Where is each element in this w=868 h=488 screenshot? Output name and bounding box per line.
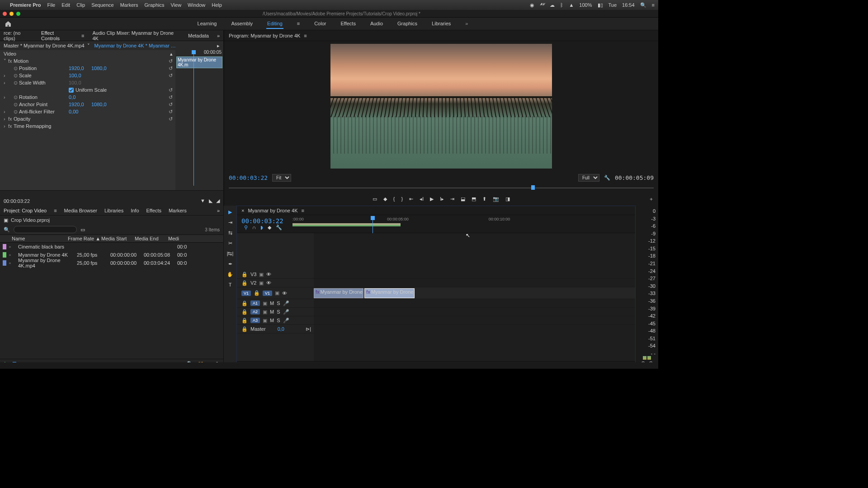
timeline-ruler[interactable]: :00:00 00:00:05:00 00:00:10:00	[292, 215, 631, 233]
bluetooth-icon[interactable]: ᛒ	[560, 2, 563, 8]
master-level[interactable]: 0,0	[278, 326, 284, 332]
marker-add-icon[interactable]: ▭	[373, 196, 377, 202]
program-scrubber[interactable]	[229, 184, 654, 192]
workspace-libraries[interactable]: Libraries	[431, 19, 452, 29]
ec-motion[interactable]: Motion	[14, 58, 63, 64]
razor-tool-icon[interactable]: ✂	[228, 240, 232, 246]
filter-icon[interactable]: ▼	[200, 198, 205, 204]
ec-timeline-clip[interactable]: Myanmar by Drone 4K.m	[176, 56, 222, 68]
slip-tool-icon[interactable]: |⇆|	[227, 251, 234, 257]
program-timecode[interactable]: 00:00:03:22	[229, 174, 268, 181]
menu-edit[interactable]: Edit	[61, 2, 70, 8]
tab-effects[interactable]: Effects	[146, 208, 161, 213]
program-title[interactable]: Program: Myanmar by Drone 4K	[229, 33, 300, 38]
reset-icon[interactable]: ↺	[169, 66, 173, 71]
workspace-assembly[interactable]: Assembly	[230, 19, 254, 29]
ec-flicker-v[interactable]: 0,00	[69, 109, 91, 114]
track-a2[interactable]: A2	[250, 309, 260, 314]
reset-icon[interactable]: ↺	[169, 102, 173, 108]
track-a1[interactable]: A1	[250, 300, 260, 306]
extract-icon[interactable]: ⬒	[472, 196, 476, 202]
ec-timeremap[interactable]: Time Remapping	[14, 123, 63, 129]
workspace-color[interactable]: Color	[313, 19, 327, 29]
ec-arrow-icon[interactable]: ▸	[217, 43, 220, 49]
track-a3[interactable]: A3	[250, 318, 260, 323]
workspace-graphics[interactable]: Graphics	[396, 19, 418, 29]
menu-clip[interactable]: Clip	[76, 2, 85, 8]
tab-project[interactable]: Project: Crop Video	[4, 208, 47, 213]
timeline-clip-2[interactable]: fxMyanmar by Drone 4K.mp4	[364, 288, 414, 298]
track-v1-source[interactable]: V1	[241, 291, 251, 296]
tab-info[interactable]: Info	[131, 208, 139, 213]
ec-position-y[interactable]: 1080,0	[91, 66, 114, 71]
ripple-tool-icon[interactable]: ⇆	[228, 230, 232, 236]
home-icon[interactable]	[5, 20, 12, 28]
project-search-input[interactable]	[14, 226, 77, 233]
marker-icon[interactable]: ◆	[383, 196, 387, 202]
menu-icon[interactable]: ≡	[652, 2, 655, 8]
spotlight-icon[interactable]: 🔍	[640, 2, 646, 8]
wifi-icon[interactable]: ▲	[569, 2, 574, 8]
marker-add-icon[interactable]: ◗	[260, 225, 263, 230]
screencast-icon[interactable]: ◉	[530, 2, 534, 8]
menu-window[interactable]: Window	[188, 2, 205, 8]
tab-markers[interactable]: Markers	[169, 208, 187, 213]
col-name[interactable]: Name	[0, 236, 68, 241]
minimize-window-button[interactable]	[9, 12, 14, 16]
menu-file[interactable]: File	[47, 2, 55, 8]
camera-icon[interactable]: 📷	[493, 196, 499, 202]
col-media[interactable]: Medi	[168, 236, 195, 241]
goto-in-icon[interactable]: ⇤	[409, 196, 413, 202]
step-fwd-icon[interactable]: Ⅰ▸	[440, 196, 444, 202]
selection-tool-icon[interactable]: ▶	[228, 209, 232, 215]
project-row[interactable]: ▫Myanmar by Drone 4K.mp425,00 fps00:00:0…	[0, 259, 223, 267]
keyframe-in-icon[interactable]: ◢	[216, 198, 220, 204]
reset-icon[interactable]: ↺	[169, 73, 173, 79]
menu-graphics[interactable]: Graphics	[144, 2, 164, 8]
type-tool-icon[interactable]: T	[229, 282, 232, 287]
timeline-clip-1[interactable]: fxMyanmar by Drone 4K.mp4	[314, 288, 363, 298]
av-icon[interactable]: ᴬⱽ	[540, 2, 544, 8]
tab-metadata[interactable]: Metadata	[188, 33, 209, 38]
ec-rotation-v[interactable]: 0,0	[69, 94, 91, 100]
program-video-frame[interactable]	[330, 44, 552, 169]
settings-icon[interactable]: 🔧	[276, 225, 282, 230]
reset-icon[interactable]: ↺	[169, 58, 173, 64]
reset-icon[interactable]: ↺	[169, 116, 173, 122]
track-v2[interactable]: V2	[250, 280, 256, 286]
goto-out-icon[interactable]: ⇥	[450, 196, 454, 202]
button-editor-icon[interactable]: ＋	[649, 196, 654, 202]
tab-media-browser[interactable]: Media Browser	[64, 208, 97, 213]
ec-foot-timecode[interactable]: 00:00:03:22	[4, 198, 30, 204]
workspace-overflow[interactable]: »	[464, 19, 469, 29]
ec-anchor-x[interactable]: 1920,0	[69, 102, 91, 107]
program-zoom-select[interactable]: Fit	[272, 174, 291, 182]
export-frame-icon[interactable]: ⬆	[482, 196, 486, 202]
timeline-tab-menu[interactable]: ≡	[301, 208, 304, 213]
ec-scale-v[interactable]: 100,0	[69, 73, 91, 78]
out-point-icon[interactable]: }	[401, 196, 403, 202]
timeline-content[interactable]: fxMyanmar by Drone 4K.mp4 fxMyanmar by D…	[314, 233, 635, 361]
program-resolution-select[interactable]: Full	[578, 174, 599, 182]
track-v3[interactable]: V3	[250, 272, 256, 277]
track-v1[interactable]: V1	[263, 291, 272, 296]
lift-icon[interactable]: ⬓	[461, 196, 465, 202]
tab-libraries[interactable]: Libraries	[104, 208, 123, 213]
col-mediaend[interactable]: Media End	[135, 236, 168, 241]
reset-icon[interactable]: ↺	[169, 87, 173, 93]
cloud-icon[interactable]: ☁	[550, 2, 555, 8]
snap-icon[interactable]: ⚲	[244, 225, 248, 230]
play-button[interactable]: ▶	[430, 196, 434, 202]
timeline-timecode[interactable]: 00:00:03:22	[241, 217, 283, 225]
tab-overflow[interactable]: »	[217, 33, 220, 38]
menu-markers[interactable]: Markers	[120, 2, 138, 8]
linked-sel-icon[interactable]: ∩	[252, 225, 256, 230]
tab-source[interactable]: rce: (no clips)	[4, 30, 33, 41]
reset-icon[interactable]: ↺	[169, 109, 173, 115]
track-select-tool-icon[interactable]: ⇥	[228, 220, 232, 225]
compare-icon[interactable]: ◨	[505, 196, 510, 202]
new-bin-icon[interactable]: ▭	[80, 227, 85, 233]
timeline-title[interactable]: Myanmar by Drone 4K	[248, 208, 297, 213]
menu-sequence[interactable]: Sequence	[91, 2, 114, 8]
workspace-effects[interactable]: Effects	[340, 19, 356, 29]
